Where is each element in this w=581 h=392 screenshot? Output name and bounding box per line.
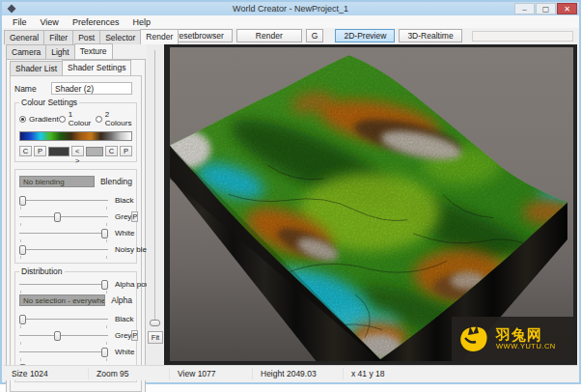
slider-track[interactable] [19, 315, 108, 324]
slider-row: White P [19, 344, 132, 360]
slider-label: Grey [115, 331, 131, 340]
menu-item[interactable]: Preferences [66, 17, 126, 27]
minimize-button[interactable]: – [514, 3, 535, 14]
slider-thumb[interactable] [101, 348, 108, 357]
colour-p-button-right[interactable]: P [120, 146, 132, 156]
blending-label: Blending [100, 177, 132, 186]
alpha-selection-dropdown[interactable]: No selection - everywhere [19, 294, 105, 306]
colour-mode-radio[interactable]: Gradient [19, 115, 59, 124]
2d-preview-button[interactable]: 2D-Preview [335, 29, 395, 42]
slider-thumb[interactable] [101, 280, 108, 290]
colour-mode-radio[interactable]: 1 Colour [59, 110, 96, 127]
gradient-bar[interactable] [19, 131, 132, 141]
slider-row: White P [19, 225, 132, 241]
slider-track[interactable] [19, 212, 108, 222]
status-item: Zoom 95 [89, 368, 170, 379]
status-item: Size 1024 [4, 368, 89, 379]
slider-track[interactable] [19, 196, 108, 206]
maximize-button[interactable]: ▢ [536, 3, 556, 14]
menu-item[interactable]: Help [125, 17, 157, 27]
radio-label: Gradient [29, 115, 59, 124]
slider-track[interactable] [19, 331, 108, 341]
menu-item[interactable]: View [34, 17, 66, 27]
shader-name-label: Name [14, 84, 51, 94]
slider-track[interactable] [19, 245, 108, 255]
radio-icon [59, 116, 66, 123]
slider-thumb[interactable] [19, 315, 26, 324]
blending-sliders: Black P Grey P [19, 192, 132, 258]
fit-button[interactable]: Fit [148, 331, 163, 344]
status-item: Height 2049.03 [253, 368, 344, 379]
alpha-power-slider-row: Alpha power [19, 276, 132, 293]
main-tab[interactable]: Filter [43, 30, 73, 44]
shader-tab[interactable]: Shader List [10, 61, 63, 75]
slider-label: White [115, 348, 134, 356]
colour-settings-group: Colour Settings Gradient 1 Colou [14, 102, 137, 162]
render-sub-tab[interactable]: Camera [6, 44, 46, 59]
main-tab[interactable]: Post [72, 30, 100, 44]
main-tab[interactable]: General [4, 30, 44, 44]
slider-row: Grey P [19, 209, 132, 225]
menu-item[interactable]: File [6, 17, 34, 27]
colour-mode-radios: Gradient 1 Colour 2 Colours [19, 110, 132, 127]
slider-label: Black [115, 315, 134, 323]
title-bar: World Creator - NewProject_1 – ▢ ✕ [2, 2, 579, 15]
shader-tab-bar: Shader ListShader Settings [10, 62, 142, 75]
slider-thumb[interactable] [19, 245, 26, 255]
slider-row: Black P [19, 311, 132, 327]
watermark: 羽兔网 WWW.YUTU.CN [452, 317, 573, 361]
slider-thumb[interactable] [54, 331, 61, 341]
p-button[interactable]: P [131, 211, 138, 222]
main-tab[interactable]: Render [140, 29, 179, 44]
colour-c-button-right[interactable]: C [105, 146, 118, 156]
slider-label: Black [115, 196, 134, 205]
colour-swatch-dark[interactable] [48, 147, 69, 156]
p-button[interactable]: P [131, 330, 138, 341]
colour-c-button-left[interactable]: C [19, 146, 32, 156]
g-button[interactable]: G [306, 29, 324, 42]
watermark-url: WWW.YUTU.CN [496, 343, 556, 350]
3d-realtime-button[interactable]: 3D-Realtime [399, 29, 461, 42]
colour-swatch-grey[interactable] [86, 147, 103, 156]
preview-viewport[interactable]: 羽兔网 WWW.YUTU.CN [164, 44, 577, 365]
alpha-label: Alpha [111, 295, 132, 305]
zoom-slider-track[interactable] [154, 50, 155, 321]
slider-thumb[interactable] [54, 212, 61, 222]
status-bar: Size 1024Zoom 95View 1077Height 2049.03x… [4, 365, 577, 380]
radio-label: 1 Colour [69, 110, 96, 127]
blending-dropdown[interactable]: No blending [19, 176, 95, 187]
shader-tab[interactable]: Shader Settings [62, 60, 131, 75]
app-icon [7, 4, 15, 13]
colour-mode-radio[interactable]: 2 Colours [96, 110, 132, 127]
radio-label: 2 Colours [105, 110, 132, 127]
status-item: x 41 y 18 [344, 368, 430, 379]
radio-icon [19, 116, 26, 123]
shader-name-input[interactable] [51, 82, 132, 95]
terrain-render [170, 47, 573, 361]
rabbit-logo-icon [457, 322, 490, 355]
watermark-brand: 羽兔网 [496, 327, 556, 344]
main-tab[interactable]: Selector [99, 30, 141, 44]
colour-settings-title: Colour Settings [19, 98, 79, 107]
radio-icon [96, 116, 102, 123]
slider-row: Grey P [19, 327, 132, 344]
menu-bar: FileViewPreferencesHelp [2, 15, 579, 28]
main-tab-bar: GeneralFilterPostSelectorRender [2, 29, 149, 44]
slider-row: Black P [19, 192, 132, 209]
slider-thumb[interactable] [101, 229, 108, 238]
render-sub-tab[interactable]: Texture [74, 43, 113, 59]
colour-p-button-left[interactable]: P [34, 146, 46, 156]
slider-label: White [115, 229, 134, 238]
slider-track[interactable] [19, 229, 108, 238]
window-title: World Creator - NewProject_1 [233, 4, 348, 14]
slider-thumb[interactable] [19, 196, 26, 206]
render-sub-tab[interactable]: Light [45, 44, 74, 59]
swap-colours-button[interactable]: < > [71, 146, 84, 156]
slider-track[interactable] [19, 280, 108, 290]
render-button[interactable]: Render [236, 29, 302, 42]
close-button[interactable]: ✕ [557, 3, 577, 14]
app-window: World Creator - NewProject_1 – ▢ ✕ FileV… [0, 0, 581, 384]
zoom-slider-thumb[interactable] [150, 320, 160, 326]
status-item: View 1077 [170, 368, 253, 379]
slider-track[interactable] [19, 348, 108, 357]
